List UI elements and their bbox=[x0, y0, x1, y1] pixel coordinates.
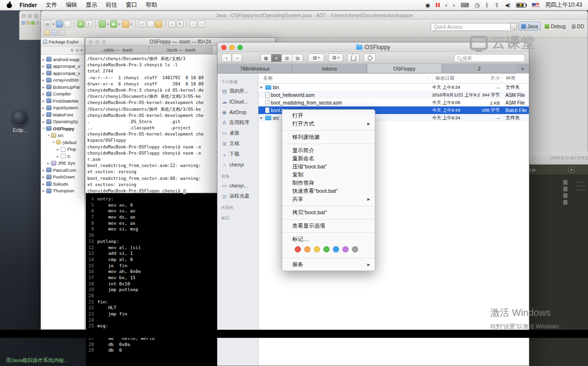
tree-item[interactable]: ▶ OperatingSy bbox=[41, 118, 84, 125]
menu-item-open-with[interactable]: 打开方式 bbox=[282, 120, 375, 128]
perspective-java[interactable]: Java bbox=[518, 21, 541, 31]
tree-item[interactable]: ▶ appcompat_v bbox=[41, 63, 84, 70]
tree-item[interactable]: ▶ Sukudo bbox=[41, 180, 84, 188]
new-tab-button[interactable]: + bbox=[516, 64, 529, 73]
search-input[interactable] bbox=[462, 55, 522, 61]
keyboard-icon[interactable]: ⌨ bbox=[461, 0, 469, 10]
dropdown-caret-icon[interactable]: ▾ bbox=[119, 22, 121, 26]
open-type-icon[interactable] bbox=[52, 30, 58, 36]
tree-item[interactable]: ▶ PascalCom bbox=[41, 167, 84, 174]
share-button[interactable] bbox=[347, 53, 360, 62]
new-java-project-icon[interactable]: J bbox=[139, 21, 146, 28]
tree-disclosure-icon[interactable]: ▼ bbox=[42, 127, 46, 130]
link-editor-icon[interactable]: ⇅ bbox=[71, 48, 74, 52]
disclosure-triangle-icon[interactable]: ▶ bbox=[259, 85, 264, 89]
menu-item-compress[interactable]: 压缩“boot.bat” bbox=[282, 163, 375, 171]
tree-item[interactable]: ▶ PushDown bbox=[41, 174, 84, 181]
toolbar-icon[interactable] bbox=[21, 21, 25, 25]
list-view-icon[interactable]: ≡ bbox=[271, 54, 282, 62]
sidebar-section-shared[interactable]: 共享的 bbox=[217, 203, 258, 212]
minimize-icon[interactable] bbox=[229, 45, 235, 50]
tree-item[interactable]: ▶ Compiler bbox=[41, 91, 84, 98]
dropdown-caret-icon[interactable]: ▾ bbox=[131, 22, 133, 26]
external-tools-icon[interactable] bbox=[122, 21, 129, 28]
terminal-tab[interactable]: ..locr8 — -bash bbox=[149, 46, 212, 54]
tree-item[interactable]: ▶ MakeFont bbox=[41, 111, 84, 118]
toolbar-icon[interactable] bbox=[31, 21, 35, 25]
zoom-icon[interactable] bbox=[102, 40, 106, 44]
menu-item-quick-look[interactable]: 快速查看“boot.bat” bbox=[282, 187, 375, 195]
sidebar-item[interactable]: ▤ 我的所... bbox=[217, 86, 258, 96]
tree-disclosure-icon[interactable]: ▶ bbox=[42, 85, 46, 89]
tree-disclosure-icon[interactable]: ▶ bbox=[42, 72, 46, 75]
save-icon[interactable] bbox=[56, 21, 63, 28]
tree-item[interactable]: ▶ FinitStateMa bbox=[41, 97, 84, 105]
tree-disclosure-icon[interactable]: ▶ bbox=[42, 64, 46, 68]
coverflow-view-icon[interactable]: ▤ bbox=[292, 54, 303, 62]
tag-color-dot[interactable] bbox=[342, 246, 349, 252]
media-back-icon[interactable]: ‹ bbox=[445, 0, 447, 10]
column-header-name[interactable]: 名称ˆ bbox=[258, 75, 432, 82]
tree-item[interactable]: ▶ appcompat_v bbox=[41, 70, 84, 77]
forward-history-icon[interactable]: › bbox=[198, 21, 205, 28]
tree-item[interactable]: ▼ OSFloppy bbox=[41, 125, 84, 132]
print-icon[interactable] bbox=[64, 21, 71, 28]
menu-item[interactable]: 窗口 bbox=[122, 1, 142, 9]
sidebar-item[interactable]: A 应用程序 bbox=[217, 117, 258, 128]
screen-recording-icon[interactable]: ◉ bbox=[425, 0, 430, 10]
file-row[interactable]: ▶ bin 今天 上午9:34 -- 文件夹 bbox=[258, 84, 529, 91]
tree-disclosure-icon[interactable]: ▶ bbox=[42, 168, 46, 172]
last-edit-icon[interactable] bbox=[59, 30, 65, 36]
tree-item[interactable]: ▶ Thompson bbox=[41, 188, 84, 195]
menu-item-move-to-trash[interactable]: 移到废纸篓 bbox=[282, 133, 375, 141]
file-row[interactable]: boot_helloworld.asm 2016年8月12日 上午9:21 34… bbox=[258, 91, 529, 99]
tree-item[interactable]: ▼ (defaul bbox=[41, 139, 84, 146]
tree-disclosure-icon[interactable]: ▼ bbox=[52, 141, 56, 144]
menu-item[interactable]: 帮助 bbox=[142, 1, 162, 9]
tags-button[interactable] bbox=[363, 53, 376, 62]
annotation-icon[interactable]: ✎ bbox=[176, 21, 184, 28]
code-editor[interactable]: 4 entry: 5 mov ax, 0 6 mov ss, ax 7 mov … bbox=[86, 193, 217, 366]
sidebar-item[interactable]: ▭ chenyi... bbox=[217, 180, 258, 191]
toolbar-icon[interactable] bbox=[36, 21, 40, 25]
tree-disclosure-icon[interactable]: ▶ bbox=[42, 78, 46, 82]
window-minimize-icon[interactable] bbox=[28, 14, 32, 18]
file-row[interactable]: boot_readstring_from_sector.asm 今天 上午9:0… bbox=[258, 99, 529, 106]
menu-item[interactable]: 文件 bbox=[41, 1, 62, 9]
recording-pause-icon[interactable] bbox=[436, 3, 440, 7]
terminal-tab[interactable]: ..odels — -bash bbox=[85, 46, 149, 54]
menu-item-make-alias[interactable]: 制作替身 bbox=[282, 179, 375, 187]
icon-view-icon[interactable]: ▦ bbox=[261, 54, 271, 62]
close-icon[interactable] bbox=[89, 40, 93, 44]
us-flag-icon[interactable] bbox=[532, 3, 539, 8]
menu-item[interactable]: 前往 bbox=[102, 1, 122, 9]
menu-item-tags[interactable]: 标记… bbox=[282, 235, 375, 243]
run-icon[interactable]: ▶ bbox=[110, 21, 117, 28]
tree-disclosure-icon[interactable]: ▼ bbox=[47, 134, 51, 137]
menu-item-open[interactable]: 打开 bbox=[282, 112, 375, 120]
media-forward-icon[interactable]: › bbox=[453, 0, 455, 10]
menu-item[interactable]: 显示 bbox=[82, 1, 102, 9]
column-header-size[interactable]: 大小 bbox=[480, 73, 502, 83]
back-button[interactable]: ‹ bbox=[221, 53, 232, 62]
time-machine-icon[interactable]: ◷ bbox=[475, 0, 479, 10]
sidebar-section-tags[interactable]: 标记 bbox=[217, 214, 258, 222]
tree-disclosure-icon[interactable]: ▶ bbox=[57, 147, 61, 151]
sidebar-item[interactable]: ⌂ chenyi bbox=[217, 159, 258, 170]
collapse-all-icon[interactable]: ⊟ bbox=[75, 48, 79, 52]
view-menu-icon[interactable]: ▾ bbox=[81, 48, 83, 52]
desktop-icon-eclipse[interactable]: Eclip... bbox=[8, 110, 32, 133]
forward-button[interactable]: › bbox=[232, 53, 242, 62]
close-icon[interactable] bbox=[221, 45, 227, 50]
zoom-icon[interactable] bbox=[237, 45, 243, 50]
window-zoom-icon[interactable] bbox=[34, 14, 38, 18]
search-icon[interactable]: ⌕ bbox=[168, 21, 175, 28]
perspective-ddms[interactable]: DD bbox=[569, 21, 587, 31]
tree-disclosure-icon[interactable]: ▶ bbox=[42, 120, 46, 123]
tag-color-dot[interactable] bbox=[323, 246, 330, 252]
tree-item[interactable]: ▶ BottomUpPar bbox=[41, 84, 84, 91]
dropdown-caret-icon[interactable]: ▾ bbox=[107, 22, 109, 26]
tree-item[interactable]: ▶ C bbox=[41, 153, 84, 160]
menu-item-services[interactable]: 服务 bbox=[282, 261, 375, 269]
column-header-kind[interactable]: 种类 bbox=[502, 73, 529, 83]
